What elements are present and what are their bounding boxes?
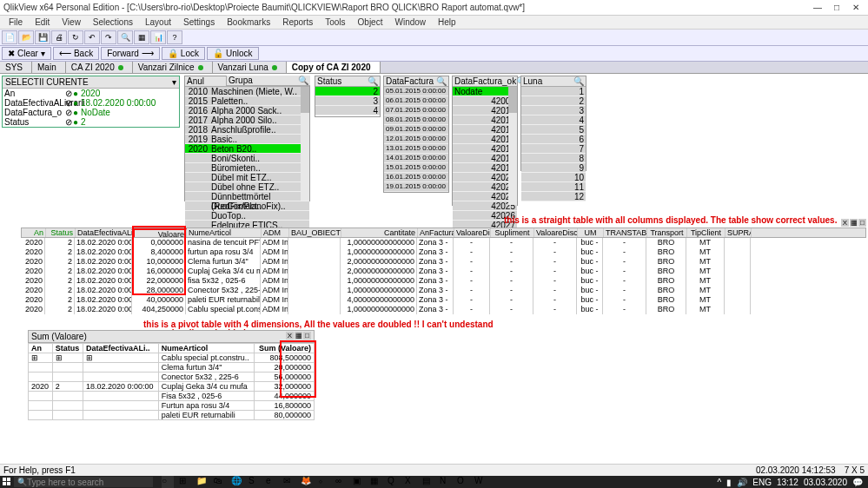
list-item[interactable]: 2017Alpha 2000 Silo.. [185,115,309,125]
task-excel-icon[interactable]: X [405,476,417,488]
tab-sys[interactable]: SYS [0,62,32,73]
list-item[interactable]: 5 [521,125,586,135]
taskbar-search[interactable]: 🔍 Type here to search [14,477,153,487]
menu-view[interactable]: View [56,17,86,27]
table-icon[interactable]: ▦ [134,30,149,44]
pcol-status[interactable]: Status [52,344,83,353]
pcol-date[interactable]: DataEfectivaALi.. [83,344,159,353]
task-skype-icon[interactable]: S [248,476,261,488]
table-row[interactable]: 2020218.02.2020 0:00:0 22,000000fisa 5x3… [21,276,866,286]
menu-tools[interactable]: Tools [320,17,350,27]
task-mail-icon[interactable]: ✉ [283,476,295,488]
list-item[interactable]: 2016Alpha 2000 Sack.. [185,106,309,115]
table-max-icon[interactable]: □ [858,219,866,227]
tab-vanzari-luna[interactable]: Vanzari Luna [213,62,287,73]
back-button[interactable]: ⟵ Back [53,47,99,60]
listbox-search-icon[interactable]: 🔍 [436,76,447,86]
task-vscode-icon[interactable]: ⬨ [318,476,330,488]
col-bau[interactable]: BAU_OBIECTIVEID [289,228,341,237]
list-item[interactable]: 2 [521,96,586,106]
task-onenote-icon[interactable]: N [440,476,452,488]
tray-date[interactable]: 03.03.2020 [804,478,847,487]
menu-file[interactable]: File [3,17,28,27]
task-outlook-icon[interactable]: O [457,476,469,488]
pivot-xl-icon[interactable]: X [286,332,294,340]
col-transport[interactable]: Transport [647,228,687,237]
tab-copy-ca-zi-2020[interactable]: Copy of CA ZI 2020 [287,62,381,73]
list-item[interactable]: 07.01.2015 0:00:00 [384,106,448,115]
start-button[interactable] [0,476,14,488]
list-item[interactable]: Boni/Skonti.. [185,154,309,163]
col-status[interactable]: Status [46,228,76,237]
list-item[interactable]: Dübel mit ETZ.. [185,173,309,182]
listbox-luna[interactable]: Luna🔍 123456789101112 [520,76,586,171]
unlock-button[interactable]: 🔓 Unlock [207,47,259,60]
list-item[interactable]: Büromieten.. [185,163,309,173]
col-nume[interactable]: NumeArticol [187,228,262,237]
menu-bookmarks[interactable]: Bookmarks [222,17,275,27]
tray-volume-icon[interactable]: 🔊 [737,478,747,487]
table-row[interactable]: 2020218.02.2020 0:00:0 404,250000Cablu s… [21,305,866,314]
menu-object[interactable]: Object [353,17,388,27]
list-item[interactable]: 42009 [453,96,517,106]
list-item[interactable]: 10 [521,173,586,182]
list-item[interactable]: 2010Maschinen (Miete, W.. [185,87,309,96]
system-tray[interactable]: ^ ▮ 🔊 ENG 13:12 03.03.2020 💬 [712,478,868,487]
task-qlik-icon[interactable]: Q [388,476,400,488]
selection-row[interactable]: Status⊘●2 [3,117,179,127]
list-item[interactable]: 12 [521,192,586,201]
list-item[interactable]: 1 [521,87,586,96]
list-item[interactable]: 12.01.2015 0:00:00 [384,135,448,144]
listbox-search-icon[interactable]: 🔍 [298,76,308,85]
col-cant[interactable]: Cantitate [341,228,418,237]
pivot-row[interactable]: Clema furtun 3/4"20,000000 [29,363,315,373]
list-item[interactable]: 16.01.2015 0:00:00 [384,173,448,182]
list-item[interactable]: 3 [315,96,380,106]
pivot-row[interactable]: ⊞⊞⊞ Cablu special pt.constru..808,500000 [29,353,315,363]
list-item[interactable]: 19.01.2015 0:00:00 [384,182,448,192]
list-item[interactable]: 13.01.2015 0:00:00 [384,144,448,154]
listbox-anul[interactable]: Anul🔍 2010Maschinen (Miete, W..2015Palet… [184,76,310,201]
tray-up-icon[interactable]: ^ [718,478,722,487]
pivot-row[interactable]: Conector 5x32 , 225-656,000000 [29,373,315,382]
clear-sel-icon[interactable]: ⊘ [65,117,72,127]
list-item[interactable]: 2020Beton B20.. [185,144,309,154]
clear-button[interactable]: ✖ Clear ▾ [2,47,51,60]
pivot-print-icon[interactable]: ▦ [295,332,302,340]
col-tipclient[interactable]: TipClient [687,228,726,237]
pivot-row[interactable]: paleti EUR returnabili80,000000 [29,411,315,420]
forward-button[interactable]: Forward ⟶ [101,47,160,60]
col-adm[interactable]: ADM [262,228,289,237]
close-button[interactable]: ✕ [847,2,865,14]
list-item[interactable]: 42011 [453,106,517,115]
pcol-nume[interactable]: NumeArticol [158,344,255,353]
clear-sel-icon[interactable]: ⊘ [65,108,72,117]
pivot-table[interactable]: Sum (Valoare) X ▦ □ An Status DataEfecti… [28,330,315,420]
task-chrome-icon[interactable]: 🌐 [231,476,243,488]
list-item[interactable]: 8 [521,154,586,163]
straight-table[interactable]: X ▦ □ An Status DataEfectivaALivrari Val… [21,228,866,314]
list-item[interactable]: 42013 [453,125,517,135]
col-date[interactable]: DataEfectivaALivrari [76,228,133,237]
clear-sel-icon[interactable]: ⊘ [65,98,72,108]
list-item[interactable]: 9 [521,163,586,173]
menu-help[interactable]: Help [433,17,461,27]
lock-button[interactable]: 🔒 Lock [162,47,205,60]
table-row[interactable]: 2020218.02.2020 0:00:0 16,000000Cuplaj G… [21,267,866,276]
current-selections-box[interactable]: SELECTII CURENTE▾ An⊘●2020DataEfectivaAL… [2,76,180,128]
col-vds[interactable]: ValoareDiscountSuplimentar [534,228,578,237]
list-item[interactable]: 42016 [453,135,517,144]
menu-settings[interactable]: Settings [178,17,220,27]
col-an[interactable]: An [22,228,46,237]
task-terminal-icon[interactable]: ▣ [353,476,365,488]
tab-ca-zi-2020[interactable]: CA ZI 2020 [66,62,133,73]
list-item[interactable]: 42023 [453,182,517,192]
list-item[interactable]: 42020 [453,173,517,182]
list-item[interactable]: 15.01.2015 0:00:00 [384,163,448,173]
pcol-sum[interactable]: Sum (Valoare) [255,344,315,353]
list-item[interactable]: 42018 [453,154,517,163]
list-item[interactable]: 6 [521,135,586,144]
list-item[interactable]: 2018Anschlußprofile.. [185,125,309,135]
table-row[interactable]: 2020218.02.2020 0:00:0 10,000000Clema fu… [21,257,866,267]
task-edge-icon[interactable]: e [266,476,278,488]
